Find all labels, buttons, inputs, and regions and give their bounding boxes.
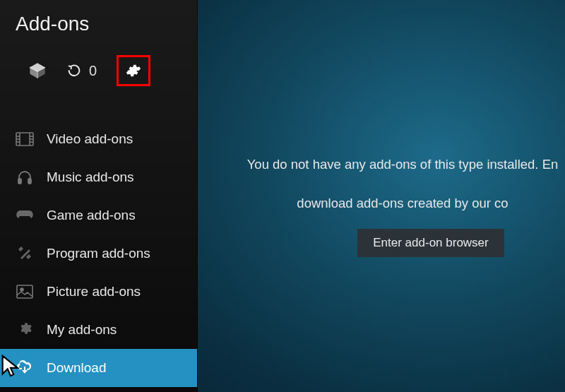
content-area: You do not have any add-ons of this type… bbox=[198, 0, 565, 392]
nav-label: Program add-ons bbox=[47, 246, 150, 261]
sidebar-item-game[interactable]: Game add-ons bbox=[0, 196, 197, 234]
svg-rect-10 bbox=[28, 179, 31, 184]
headphones-icon bbox=[16, 168, 34, 186]
gamepad-icon bbox=[16, 206, 34, 225]
page-title: Add-ons bbox=[0, 0, 197, 42]
svg-rect-11 bbox=[17, 285, 32, 298]
empty-line-1: You do not have any add-ons of this type… bbox=[247, 157, 559, 172]
settings-button[interactable] bbox=[117, 55, 150, 86]
enter-addon-browser-button[interactable]: Enter add-on browser bbox=[357, 229, 504, 257]
empty-line-2: download add-ons created by our co bbox=[297, 196, 508, 210]
svg-rect-9 bbox=[18, 179, 21, 184]
nav-label: Download bbox=[47, 360, 107, 376]
nav-label: My add-ons bbox=[47, 322, 117, 338]
tools-icon bbox=[16, 244, 34, 263]
sidebar-item-video[interactable]: Video add-ons bbox=[0, 120, 197, 158]
box-icon[interactable] bbox=[28, 61, 47, 80]
sidebar: Add-ons 0 bbox=[0, 0, 198, 392]
sidebar-item-picture[interactable]: Picture add-ons bbox=[0, 273, 197, 311]
nav-list: Video add-ons Music add-ons Game add-ons bbox=[0, 120, 197, 387]
toolbar: 0 bbox=[0, 42, 197, 106]
nav-label: Music add-ons bbox=[47, 170, 134, 185]
sidebar-item-program[interactable]: Program add-ons bbox=[0, 234, 197, 273]
film-icon bbox=[16, 130, 34, 148]
sidebar-item-my-addons[interactable]: My add-ons bbox=[0, 311, 197, 349]
sidebar-item-music[interactable]: Music add-ons bbox=[0, 158, 197, 196]
sidebar-item-download[interactable]: Download bbox=[0, 349, 197, 387]
refresh-icon[interactable]: 0 bbox=[66, 63, 97, 79]
empty-state-message: You do not have any add-ons of this type… bbox=[247, 135, 559, 213]
puzzle-gear-icon bbox=[16, 321, 34, 339]
update-count: 0 bbox=[89, 63, 97, 79]
nav-label: Game add-ons bbox=[47, 208, 136, 223]
cursor-icon bbox=[0, 354, 21, 378]
nav-label: Video add-ons bbox=[47, 131, 133, 147]
gear-icon bbox=[126, 63, 141, 78]
nav-label: Picture add-ons bbox=[47, 284, 141, 299]
svg-point-12 bbox=[20, 288, 23, 291]
image-icon bbox=[16, 283, 34, 301]
